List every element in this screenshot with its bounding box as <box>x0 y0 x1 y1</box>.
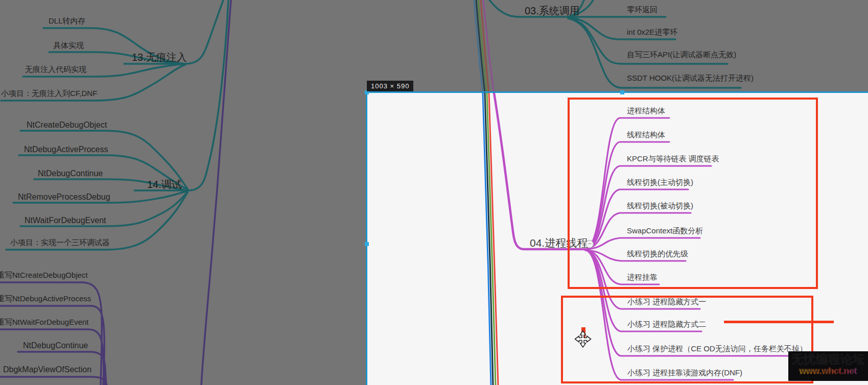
selection-size-badge: 1003 × 590 <box>367 81 413 91</box>
topic-03-syscall[interactable]: 03.系统调用 <box>525 5 580 17</box>
topic-ntdebugcontinue-2[interactable]: NtDebugContinue <box>23 341 88 350</box>
topic-ntremoveprocessdebug[interactable]: NtRemoveProcessDebug <box>18 192 110 202</box>
annotation-line <box>724 321 834 323</box>
annotation-rect-exercises <box>561 296 813 383</box>
topic-ntwaitfordebugevent[interactable]: NtWaitForDebugEvent <box>25 215 106 225</box>
topic-ssdt-hook[interactable]: SSDT HOOK(让调试器无法打开进程) <box>627 74 754 83</box>
topic-int-0x2e[interactable]: int 0x2E进零环 <box>627 28 677 37</box>
selection-handle-mid-left[interactable] <box>365 242 369 246</box>
selection-border-top[interactable] <box>366 91 868 93</box>
watermark-title: 无忧编程论坛 <box>788 352 868 366</box>
topic-concrete-impl[interactable]: 具体实现 <box>53 41 84 50</box>
collapse-toggle-icon[interactable]: − <box>585 240 594 248</box>
topic-mini-project-ring3-debugger[interactable]: 小项目：实现一个三环调试器 <box>10 238 110 247</box>
topic-ring0-return[interactable]: 零环返回 <box>627 5 658 14</box>
topic-traceless-code-impl[interactable]: 无痕注入代码实现 <box>25 65 86 74</box>
topic-mini-project-cf-dnf[interactable]: 小项目：无痕注入到CF,DNF <box>1 89 97 98</box>
forum-watermark-logo: 无忧编程论坛 www.whct.net <box>788 351 868 381</box>
watermark-url: www.whct.net <box>788 366 868 376</box>
topic-rewrite-ntdebugactiveprocess[interactable]: 重写NtDebugActiveProcess <box>0 294 91 303</box>
topic-dll-to-memory[interactable]: DLL转内存 <box>49 16 86 26</box>
topic-rewrite-ntwaitfordebugevent[interactable]: 重写NtWaitForDebugEvent <box>0 318 89 327</box>
topic-14-debug[interactable]: 14.调试 <box>147 178 182 190</box>
topic-dbgkmapviewofsection[interactable]: DbgkMapViewOfSection <box>3 365 91 374</box>
annotation-rect-process-thread <box>568 98 818 289</box>
topic-custom-ring3-api[interactable]: 自写三环API(让调试器断点无效) <box>627 50 736 59</box>
topic-ntcreatedebugobject[interactable]: NtCreateDebugObject <box>27 120 107 130</box>
screenshot-capture-overlay: DLL转内存 具体实现 13.无痕注入 无痕注入代码实现 小项目：无痕注入到CF… <box>0 0 868 385</box>
selection-handle-top-mid[interactable] <box>620 90 624 94</box>
selection-border-left[interactable] <box>366 91 367 385</box>
topic-rewrite-ntcreatedebugobject[interactable]: 重写NtCreateDebugObject <box>0 271 88 280</box>
move-cursor-icon <box>574 330 592 350</box>
topic-ntdebugactiveprocess[interactable]: NtDebugActiveProcess <box>24 145 108 154</box>
topic-ntdebugcontinue[interactable]: NtDebugContinue <box>38 169 103 178</box>
topic-13-traceless-inject[interactable]: 13.无痕注入 <box>132 51 187 63</box>
